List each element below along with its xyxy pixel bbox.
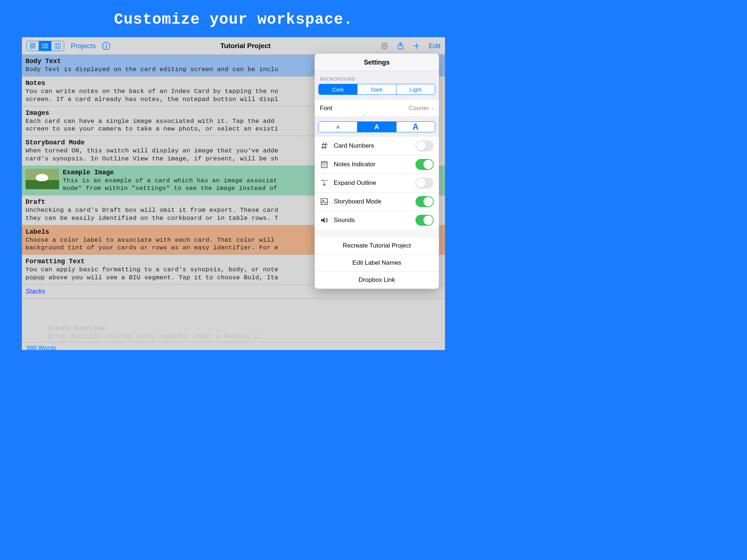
edit-button[interactable]: Edit [429, 42, 441, 50]
toggle-label: Expand Outline [334, 179, 376, 187]
ghost-text: group multiple related cards together un… [47, 333, 441, 340]
word-count: 388 Words [26, 345, 56, 350]
picture-icon [320, 197, 329, 206]
svg-point-16 [382, 43, 387, 48]
font-value: Courier [409, 105, 429, 112]
svg-rect-7 [44, 46, 48, 46]
toggle-card-numbers: Card Numbers [315, 137, 439, 155]
action-recreate-tutorial[interactable]: Recreate Tutorial Project [315, 237, 439, 254]
svg-rect-5 [44, 44, 48, 44]
svg-point-43 [326, 180, 328, 181]
status-bar: 388 Words [22, 342, 445, 350]
svg-rect-3 [33, 46, 35, 48]
toggle-sounds: Sounds [315, 211, 439, 229]
switch[interactable] [415, 215, 434, 226]
switch[interactable] [415, 178, 434, 188]
toggle-notes-indicator: Notes Indicator [315, 155, 439, 174]
toggle-label: Notes Indicator [334, 161, 375, 168]
font-label: Font [320, 105, 332, 112]
bg-option-dark[interactable]: Dark [357, 84, 396, 94]
toggle-label: Storyboard Mode [334, 198, 381, 205]
projects-button[interactable]: Projects [71, 42, 96, 50]
svg-point-17 [384, 45, 386, 47]
bg-option-light[interactable]: Light [396, 84, 435, 94]
share-icon[interactable] [396, 42, 405, 50]
ghost-text: Stacks Overview [47, 325, 441, 332]
action-list: Recreate Tutorial Project Edit Label Nam… [315, 237, 439, 289]
add-icon[interactable] [413, 42, 421, 50]
window-title: Tutorial Project [111, 42, 381, 50]
switch[interactable] [415, 159, 434, 170]
app-window: Projects Tutorial Project Edit Body Text… [22, 37, 445, 350]
font-size-large[interactable]: A [396, 122, 435, 132]
bg-option-cork[interactable]: Cork [319, 84, 357, 94]
toggle-expand-outline: Expand Outline [315, 174, 439, 192]
svg-line-23 [387, 48, 387, 48]
switch[interactable] [415, 140, 434, 151]
svg-point-8 [42, 47, 43, 48]
chevron-right-icon: › [431, 104, 434, 112]
svg-line-32 [322, 143, 324, 149]
font-size-segmented[interactable]: A A A [318, 121, 435, 132]
font-row[interactable]: Font Courier › [315, 99, 439, 117]
svg-marker-47 [321, 217, 325, 223]
toggle-storyboard-mode: Storyboard Mode [315, 192, 439, 211]
svg-point-46 [322, 200, 324, 202]
svg-line-33 [325, 143, 326, 149]
toolbar: Projects Tutorial Project Edit [22, 37, 445, 55]
svg-point-14 [105, 44, 106, 44]
svg-line-22 [382, 43, 383, 44]
svg-rect-45 [321, 199, 328, 205]
info-icon[interactable] [102, 42, 111, 50]
svg-rect-9 [44, 47, 48, 48]
settings-popover: Settings BACKGROUND Cork Dark Light Font… [314, 53, 439, 289]
font-size-medium[interactable]: A [357, 122, 396, 132]
toggle-label: Card Numbers [334, 142, 374, 149]
svg-line-25 [387, 43, 387, 44]
svg-point-4 [42, 43, 43, 44]
svg-point-6 [42, 45, 43, 46]
svg-rect-0 [30, 43, 32, 45]
card-title: Example Image [63, 169, 331, 176]
gear-icon[interactable] [380, 42, 388, 50]
svg-rect-10 [55, 43, 61, 48]
toggle-list: Card Numbers Notes Indicator Expand Outl… [315, 137, 439, 229]
hash-icon [320, 141, 329, 150]
background-segmented[interactable]: Cork Dark Light [318, 84, 435, 95]
svg-rect-2 [30, 46, 32, 48]
action-edit-label-names[interactable]: Edit Label Names [315, 254, 439, 272]
speaker-icon [320, 216, 329, 225]
font-size-small[interactable]: A [319, 122, 357, 132]
marketing-banner: Customize your workspace. [0, 0, 467, 37]
svg-rect-15 [106, 45, 107, 48]
view-columns-icon[interactable] [51, 41, 64, 51]
action-dropbox-link[interactable]: Dropbox Link [315, 272, 439, 289]
card-thumbnail [26, 169, 59, 189]
svg-rect-1 [33, 43, 35, 45]
notepad-icon [320, 160, 329, 169]
expand-icon [320, 179, 329, 187]
card-body: This is an example of a card which has a… [63, 177, 331, 192]
section-label-background: BACKGROUND [315, 71, 439, 84]
view-list-icon[interactable] [39, 41, 51, 51]
toggle-label: Sounds [334, 217, 355, 224]
view-mode-segmented[interactable] [26, 41, 64, 51]
view-grid-icon[interactable] [27, 41, 39, 51]
switch[interactable] [415, 196, 434, 207]
svg-line-24 [382, 48, 383, 48]
